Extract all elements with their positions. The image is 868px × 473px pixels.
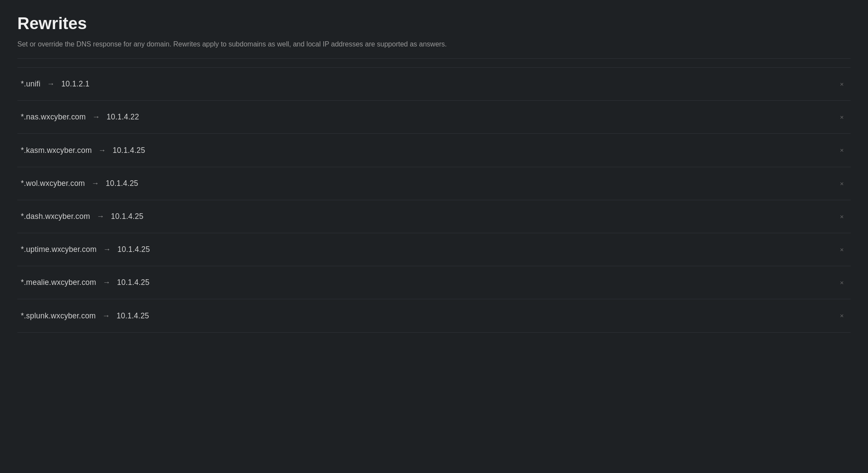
- rewrite-text: *.nas.wxcyber.com → 10.1.4.22: [21, 112, 139, 122]
- close-icon: ×: [840, 147, 844, 153]
- close-icon: ×: [840, 213, 844, 220]
- rewrite-text: *.splunk.wxcyber.com → 10.1.4.25: [21, 311, 149, 321]
- rewrite-domain: *.nas.wxcyber.com: [21, 112, 86, 121]
- close-icon: ×: [840, 279, 844, 286]
- rewrite-domain: *.mealie.wxcyber.com: [21, 278, 96, 287]
- list-item: *.nas.wxcyber.com → 10.1.4.22×: [17, 101, 851, 134]
- arrow-icon: →: [96, 146, 108, 155]
- close-icon: ×: [840, 180, 844, 187]
- rewrite-ip: 10.1.4.25: [118, 245, 150, 254]
- arrow-icon: →: [90, 112, 102, 121]
- page-container: Rewrites Set or override the DNS respons…: [0, 0, 868, 347]
- close-icon: ×: [840, 114, 844, 120]
- rewrite-domain: *.uptime.wxcyber.com: [21, 245, 97, 254]
- page-title: Rewrites: [17, 14, 851, 33]
- rewrite-ip: 10.1.4.25: [117, 311, 149, 320]
- delete-button[interactable]: ×: [836, 79, 847, 89]
- delete-button[interactable]: ×: [836, 311, 847, 321]
- list-item: *.mealie.wxcyber.com → 10.1.4.25×: [17, 266, 851, 299]
- rewrite-text: *.dash.wxcyber.com → 10.1.4.25: [21, 212, 144, 221]
- delete-button[interactable]: ×: [836, 112, 847, 122]
- delete-button[interactable]: ×: [836, 145, 847, 155]
- arrow-icon: →: [101, 278, 113, 287]
- arrow-icon: →: [45, 79, 57, 88]
- rewrite-ip: 10.1.4.25: [106, 179, 138, 188]
- header-divider: [17, 58, 851, 59]
- list-item: *.kasm.wxcyber.com → 10.1.4.25×: [17, 134, 851, 167]
- arrow-icon: →: [101, 245, 113, 254]
- rewrite-ip: 10.1.4.25: [112, 146, 145, 155]
- rewrite-domain: *.wol.wxcyber.com: [21, 179, 85, 188]
- rewrite-domain: *.kasm.wxcyber.com: [21, 146, 92, 155]
- list-item: *.uptime.wxcyber.com → 10.1.4.25×: [17, 233, 851, 266]
- rewrite-ip: 10.1.2.1: [61, 79, 89, 88]
- close-icon: ×: [840, 312, 844, 319]
- rewrite-text: *.unifi → 10.1.2.1: [21, 79, 89, 89]
- rewrite-domain: *.unifi: [21, 79, 40, 88]
- close-icon: ×: [840, 246, 844, 253]
- list-item: *.dash.wxcyber.com → 10.1.4.25×: [17, 200, 851, 233]
- arrow-icon: →: [95, 212, 107, 221]
- rewrite-text: *.mealie.wxcyber.com → 10.1.4.25: [21, 278, 150, 287]
- list-item: *.splunk.wxcyber.com → 10.1.4.25×: [17, 299, 851, 332]
- rewrite-list: *.unifi → 10.1.2.1×*.nas.wxcyber.com → 1…: [17, 67, 851, 333]
- rewrite-ip: 10.1.4.22: [107, 112, 139, 121]
- arrow-icon: →: [89, 179, 102, 188]
- rewrite-text: *.kasm.wxcyber.com → 10.1.4.25: [21, 146, 145, 155]
- list-item: *.wol.wxcyber.com → 10.1.4.25×: [17, 167, 851, 200]
- close-icon: ×: [840, 81, 844, 87]
- rewrite-text: *.uptime.wxcyber.com → 10.1.4.25: [21, 245, 150, 254]
- rewrite-ip: 10.1.4.25: [111, 212, 144, 221]
- rewrite-ip: 10.1.4.25: [117, 278, 150, 287]
- list-item: *.unifi → 10.1.2.1×: [17, 67, 851, 101]
- delete-button[interactable]: ×: [836, 179, 847, 189]
- page-description: Set or override the DNS response for any…: [17, 39, 851, 50]
- rewrite-domain: *.splunk.wxcyber.com: [21, 311, 96, 320]
- delete-button[interactable]: ×: [836, 278, 847, 288]
- rewrite-text: *.wol.wxcyber.com → 10.1.4.25: [21, 179, 138, 188]
- delete-button[interactable]: ×: [836, 212, 847, 222]
- delete-button[interactable]: ×: [836, 245, 847, 255]
- rewrite-domain: *.dash.wxcyber.com: [21, 212, 90, 221]
- arrow-icon: →: [100, 311, 112, 320]
